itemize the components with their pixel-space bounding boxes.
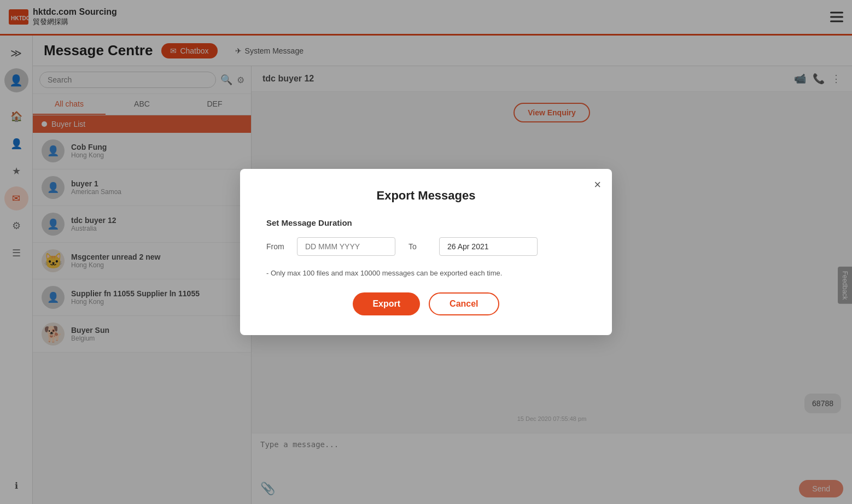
modal-title: Export Messages xyxy=(266,189,586,203)
export-messages-modal: × Export Messages Set Message Duration F… xyxy=(240,169,612,335)
cancel-button[interactable]: Cancel xyxy=(429,292,499,315)
to-date-input[interactable] xyxy=(439,237,538,256)
modal-actions: Export Cancel xyxy=(266,292,586,315)
modal-close-button[interactable]: × xyxy=(594,178,601,192)
modal-note: - Only max 100 files and max 10000 messa… xyxy=(266,269,586,277)
export-button[interactable]: Export xyxy=(353,292,420,315)
from-label: From xyxy=(266,242,288,251)
from-date-input[interactable] xyxy=(297,237,395,256)
to-label: To xyxy=(409,242,430,251)
date-range-row: From To xyxy=(266,237,586,256)
modal-section-label: Set Message Duration xyxy=(266,218,586,227)
modal-overlay: × Export Messages Set Message Duration F… xyxy=(0,0,852,504)
